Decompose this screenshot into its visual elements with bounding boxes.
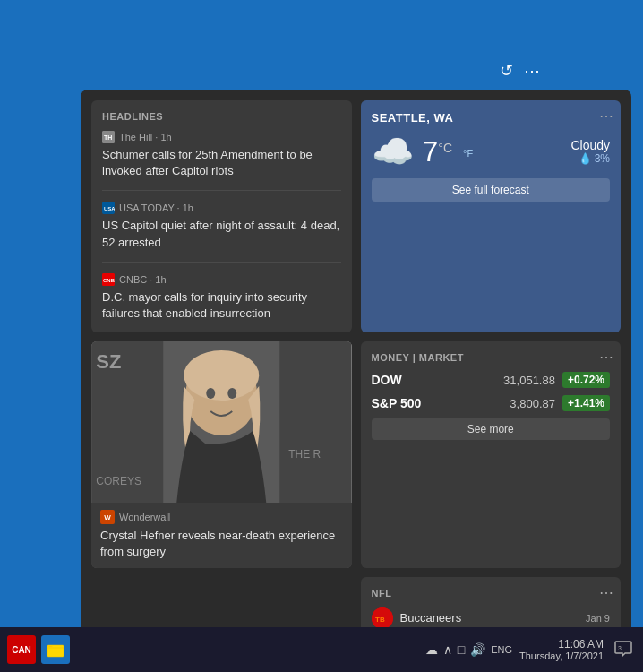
svg-text:SZ: SZ	[96, 350, 121, 373]
weather-card: ⋯ SEATTLE, WA ☁️ 7 °C °F Cloudy 💧 3%	[361, 100, 622, 332]
file-explorer-button[interactable]	[41, 635, 70, 664]
dow-change: +0.72%	[562, 372, 610, 388]
story-image-svg: SZ THE R COREYS	[91, 341, 352, 503]
taskbar-right: ☁ ∧ □ 🔊 ENG 11:06 AM Thursday, 1/7/2021 …	[425, 637, 636, 662]
svg-text:USA: USA	[104, 206, 115, 211]
svg-text:TH: TH	[104, 134, 112, 141]
svg-rect-8	[279, 341, 351, 503]
weather-location: SEATTLE, WA	[372, 111, 611, 125]
svg-text:THE R: THE R	[288, 448, 321, 461]
news-item-1[interactable]: TH The Hill · 1h Schumer calls for 25th …	[102, 131, 341, 191]
svg-point-11	[206, 388, 215, 399]
market-card: ⋯ MONEY | MARKET DOW 31,051.88 +0.72% S&…	[361, 341, 622, 567]
source-name-1: The Hill · 1h	[119, 132, 172, 142]
usatoday-icon: USA	[102, 202, 115, 214]
cnbc-icon: CNBC	[102, 273, 115, 286]
image-caption: W Wonderwall Crystal Hefner reveals near…	[91, 503, 352, 567]
market-title: MONEY | MARKET	[372, 352, 611, 363]
weather-temp-area: 7 °C	[423, 135, 453, 168]
clock-time: 11:06 AM	[519, 638, 604, 650]
svg-text:COREYS: COREYS	[96, 475, 141, 487]
chat-bubble-icon: 3	[613, 640, 633, 659]
condition-text: Cloudy	[482, 138, 610, 152]
wonderwall-icon: W	[100, 510, 115, 524]
news-source-3: CNBC CNBC · 1h	[102, 273, 341, 286]
news-source-2: USA USA TODAY · 1h	[102, 202, 341, 214]
thehill-icon: TH	[102, 131, 115, 143]
image-source: W Wonderwall	[100, 510, 343, 524]
sp500-change: +1.41%	[562, 395, 610, 411]
headlines-card: HEADLINES TH The Hill · 1h Schumer calls…	[91, 100, 352, 332]
cloud-tray-icon[interactable]: ☁	[425, 642, 438, 657]
svg-text:3: 3	[618, 645, 622, 651]
temperature-value: 7	[423, 135, 439, 168]
news-source-1: TH The Hill · 1h	[102, 131, 341, 143]
temp-secondary: °F	[463, 148, 473, 159]
panel-menu-icon[interactable]: ⋯	[524, 61, 540, 81]
temperature-unit: °C	[438, 141, 452, 155]
svg-text:CNBC: CNBC	[103, 278, 115, 283]
headline-text-1[interactable]: Schumer calls for 25th Amendment to be i…	[102, 147, 341, 179]
story-image: SZ THE R COREYS	[91, 341, 352, 503]
taskbar-tray: ☁ ∧ □ 🔊 ENG	[425, 642, 512, 657]
market-row-sp500: S&P 500 3,800.87 +1.41%	[372, 395, 611, 411]
team-buccaneers: TB Buccaneers Jan 9	[372, 607, 611, 629]
taskbar-left: CAN	[7, 635, 70, 664]
raindrop-icon: 💧	[579, 152, 592, 165]
market-see-more-button[interactable]: See more	[372, 418, 611, 440]
svg-point-12	[227, 388, 236, 399]
headlines-title: HEADLINES	[102, 111, 341, 122]
svg-text:TB: TB	[375, 616, 385, 624]
clock-date: Thursday, 1/7/2021	[519, 650, 604, 661]
desktop: ↺ ⋯ HEADLINES TH The Hill · 1h Schumer c…	[0, 0, 643, 627]
market-row-dow: DOW 31,051.88 +0.72%	[372, 372, 611, 388]
chevron-up-icon[interactable]: ∧	[443, 642, 452, 657]
svg-point-10	[184, 350, 259, 401]
nfl-menu-icon[interactable]: ⋯	[599, 584, 613, 601]
weather-icon-area: ☁️	[372, 132, 414, 171]
network-icon[interactable]: □	[458, 642, 465, 657]
news-item-2[interactable]: USA USA TODAY · 1h US Capitol quiet afte…	[102, 202, 341, 262]
dow-label: DOW	[372, 373, 434, 387]
start-button[interactable]: CAN	[7, 635, 36, 664]
file-explorer-icon	[47, 641, 64, 659]
sp500-value: 3,800.87	[434, 397, 555, 410]
full-forecast-button[interactable]: See full forecast	[372, 178, 611, 202]
buccaneers-logo: TB	[372, 607, 393, 629]
taskbar: CAN ☁ ∧ □ 🔊 ENG 11:06 AM Thursday, 1/7/2…	[0, 627, 643, 672]
taskbar-clock[interactable]: 11:06 AM Thursday, 1/7/2021	[519, 638, 604, 661]
buccaneers-name: Buccaneers	[400, 611, 579, 625]
source-name-2: USA TODAY · 1h	[119, 202, 193, 213]
notification-icon[interactable]: 3	[611, 637, 636, 662]
dow-value: 31,051.88	[434, 374, 555, 387]
reload-icon[interactable]: ↺	[500, 61, 513, 81]
wonderwall-name: Wonderwall	[119, 512, 170, 522]
language-indicator[interactable]: ENG	[491, 644, 512, 655]
market-menu-icon[interactable]: ⋯	[599, 349, 613, 366]
image-headline[interactable]: Crystal Hefner reveals near-death experi…	[100, 528, 343, 560]
news-item-3[interactable]: CNBC CNBC · 1h D.C. mayor calls for inqu…	[102, 273, 341, 322]
weather-main: ☁️ 7 °C °F Cloudy 💧 3%	[372, 132, 611, 171]
sp500-label: S&P 500	[372, 396, 434, 410]
precipitation: 💧 3%	[482, 152, 610, 165]
weather-condition: Cloudy 💧 3%	[482, 138, 610, 165]
weather-menu-icon[interactable]: ⋯	[599, 108, 613, 125]
volume-icon[interactable]: 🔊	[470, 642, 485, 657]
source-name-3: CNBC · 1h	[119, 274, 167, 285]
game-date: Jan 9	[586, 613, 610, 624]
news-panel: HEADLINES TH The Hill · 1h Schumer calls…	[81, 90, 631, 672]
headline-text-3[interactable]: D.C. mayor calls for inquiry into securi…	[102, 289, 341, 322]
headline-text-2[interactable]: US Capitol quiet after night of assault:…	[102, 218, 341, 250]
image-story-card[interactable]: SZ THE R COREYS W Wonderwall Crystal Hef…	[91, 341, 352, 567]
nfl-title: NFL	[372, 588, 611, 599]
cloud-icon: ☁️	[372, 132, 414, 171]
